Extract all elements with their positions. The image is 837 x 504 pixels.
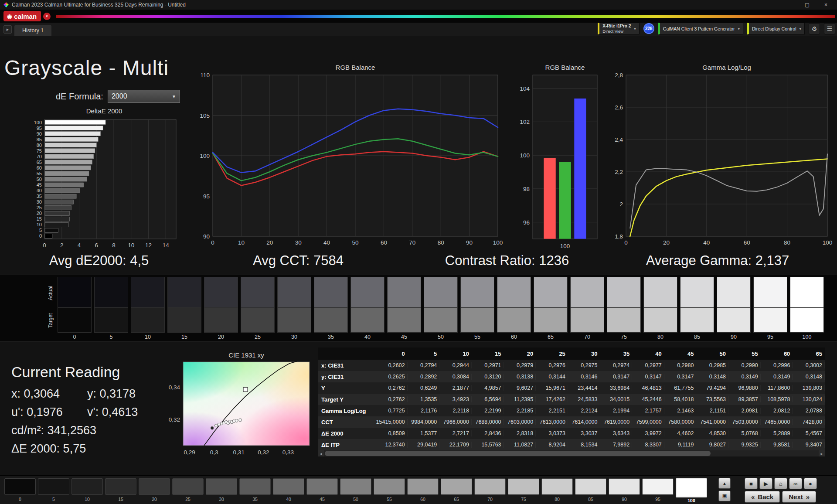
pattern-patch-95[interactable]: 95 (642, 478, 674, 502)
stop-button[interactable]: ■ (745, 478, 758, 489)
window-title: Calman 2023 Calman Ultimate for Business… (12, 2, 186, 8)
loop-button[interactable]: ∞ (789, 478, 802, 489)
settings-gear-button[interactable]: ⚙ (809, 23, 820, 34)
actual-swatch (424, 277, 458, 308)
table-cell: 2,2199 (472, 408, 504, 414)
table-cell: 4,4602 (664, 430, 697, 436)
table-cell: 15,9671 (536, 385, 568, 391)
target-swatch (717, 308, 751, 333)
grayscale-swatch-15: 15 (167, 277, 204, 340)
de-formula-value: 2000 (112, 92, 127, 100)
pattern-patch-50[interactable]: 50 (340, 478, 371, 502)
pattern-patch-0[interactable]: 0 (4, 478, 36, 502)
pattern-patch-75[interactable]: 75 (508, 478, 539, 502)
target-swatch (204, 308, 238, 333)
table-scrollbar[interactable]: ◂ ▸ (318, 450, 825, 456)
home-button[interactable]: ⌂ (774, 478, 787, 489)
table-cell: 22,1709 (439, 442, 472, 448)
pattern-patch-65[interactable]: 65 (441, 478, 472, 502)
pattern-patch-100[interactable]: 100 (676, 478, 707, 503)
table-cell: 0,2975 (568, 362, 600, 368)
table-cell: 9,3407 (793, 442, 825, 448)
swatch-level-label: 10 (131, 333, 165, 340)
table-cell: 7580,0000 (664, 419, 697, 425)
pattern-patch-10[interactable]: 10 (71, 478, 103, 502)
scrollbar-thumb[interactable] (325, 451, 711, 456)
table-cell: 7603,0000 (504, 419, 536, 425)
pattern-patch-45[interactable]: 45 (306, 478, 338, 502)
pattern-patch-40[interactable]: 40 (273, 478, 304, 502)
display-control-selector[interactable]: Direct Display Control ▾ (747, 23, 805, 34)
meter-selector[interactable]: X-Rite i1Pro 2 Direct View ▾ (598, 23, 640, 34)
svg-text:60: 60 (381, 239, 387, 246)
swatch-level-label: 65 (534, 333, 568, 340)
svg-text:70: 70 (409, 239, 415, 246)
menu-button[interactable]: ☰ (824, 23, 835, 34)
pattern-generator-selector[interactable]: CalMAN Client 3 Pattern Generator ▾ (658, 23, 743, 34)
pattern-patch-20[interactable]: 20 (139, 478, 170, 502)
minimize-button[interactable]: — (785, 2, 790, 8)
de-formula-select[interactable]: 2000 ▼ (108, 90, 180, 103)
pattern-patch-85[interactable]: 85 (575, 478, 606, 502)
record-button[interactable]: ● (804, 478, 817, 489)
meter-count-badge[interactable]: 228 (643, 23, 654, 34)
table-cell: 130,024 (793, 396, 825, 402)
svg-text:60: 60 (37, 165, 42, 170)
meter-name: X-Rite i1Pro 2 (602, 24, 631, 29)
next-button[interactable]: Next » (782, 491, 816, 503)
actual-swatch (314, 277, 348, 308)
logo-dropdown-button[interactable]: ▾ (43, 13, 51, 20)
pattern-patch-90[interactable]: 90 (609, 478, 640, 502)
pattern-patch-80[interactable]: 80 (541, 478, 573, 502)
pattern-patch-55[interactable]: 55 (374, 478, 405, 502)
history-panel-toggle[interactable]: ▸ (3, 25, 12, 34)
back-button[interactable]: « Back (745, 491, 780, 503)
target-swatch (424, 308, 458, 333)
app-icon (3, 2, 9, 7)
scroll-up-button[interactable]: ▲ (718, 478, 731, 489)
target-swatch (350, 308, 384, 333)
patch-swatch (575, 478, 606, 495)
pattern-window-button[interactable]: ▣ (718, 490, 731, 501)
pattern-patch-60[interactable]: 60 (407, 478, 439, 502)
reading-v-prime: v': 0,4613 (87, 405, 138, 419)
calman-logo[interactable]: ◉ calman (3, 11, 41, 21)
reading-y: y: 0,3178 (87, 387, 136, 401)
svg-text:100: 100 (200, 153, 210, 159)
pattern-patch-25[interactable]: 25 (172, 478, 204, 502)
svg-text:0,32: 0,32 (169, 416, 180, 423)
svg-text:0,33: 0,33 (282, 449, 294, 456)
svg-text:50: 50 (37, 177, 42, 182)
svg-text:2: 2 (60, 242, 64, 249)
scroll-right-arrow[interactable]: ▸ (819, 450, 825, 456)
svg-text:95: 95 (37, 126, 42, 131)
table-cell: 0,3147 (664, 374, 697, 380)
table-cell: 2,0812 (761, 408, 793, 414)
stat-average-gamma: Average Gamma: 2,137 (646, 253, 789, 269)
svg-text:75: 75 (37, 148, 42, 153)
svg-text:98: 98 (523, 186, 530, 192)
scroll-left-arrow[interactable]: ◂ (318, 450, 324, 456)
window-controls: — ▢ × (785, 2, 834, 8)
table-column-header: 20 (504, 351, 536, 357)
actual-swatch (534, 277, 568, 308)
close-button[interactable]: × (824, 2, 827, 8)
pattern-patch-30[interactable]: 30 (206, 478, 237, 502)
pattern-patch-5[interactable]: 5 (38, 478, 69, 502)
pattern-patch-35[interactable]: 35 (239, 478, 271, 502)
pattern-patch-15[interactable]: 15 (105, 478, 136, 502)
svg-text:20: 20 (266, 239, 273, 246)
grayscale-swatch-25: 25 (241, 277, 277, 340)
patch-swatch (642, 478, 674, 495)
table-column-header: 25 (536, 351, 568, 357)
pattern-patch-70[interactable]: 70 (474, 478, 506, 502)
maximize-button[interactable]: ▢ (805, 2, 810, 8)
de-formula-row: dE Formula: 2000 ▼ (56, 90, 180, 103)
table-row: x: CIE310,26020,27940,29440,29710,29790,… (318, 360, 825, 371)
table-cell: 0,3149 (761, 374, 793, 380)
scrollbar-track[interactable] (324, 450, 819, 456)
svg-text:90: 90 (466, 239, 473, 246)
table-cell: 0,3149 (728, 374, 761, 380)
tab-history-1[interactable]: History 1 (14, 25, 51, 36)
play-button[interactable]: ▶ (759, 478, 772, 489)
